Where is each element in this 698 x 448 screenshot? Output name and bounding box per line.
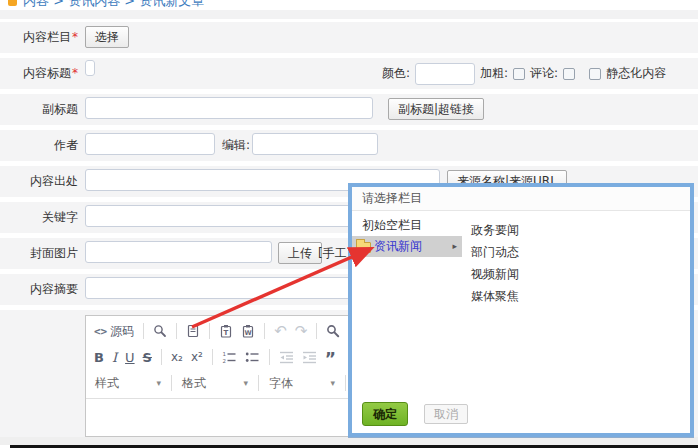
author-input[interactable]	[85, 133, 215, 155]
find-button[interactable]	[322, 322, 344, 340]
paste-word-icon: W	[241, 324, 255, 338]
subtitle-input[interactable]	[85, 97, 373, 119]
indent-icon	[302, 350, 317, 364]
indent-button[interactable]	[298, 348, 321, 366]
cover-label: 封面图片	[0, 238, 78, 269]
header-divider-strip	[0, 10, 698, 19]
author-label: 作者	[0, 130, 78, 161]
row-category: 内容栏目* 选择	[0, 22, 698, 53]
bold-label: 加粗:	[480, 65, 508, 82]
ok-button[interactable]: 确定	[362, 402, 408, 426]
dialog-title: 请选择栏目	[352, 187, 690, 211]
preview-button[interactable]	[149, 322, 171, 340]
chevron-down-icon: ▾	[156, 378, 161, 388]
required-asterisk: *	[72, 30, 78, 44]
breadcrumb-bar: 内容 > 资讯内容 > 资讯新文章	[0, 0, 698, 9]
underline-button[interactable]: U	[121, 348, 139, 367]
static-content-checkbox[interactable]	[589, 68, 601, 80]
format-dropdown[interactable]: 格式▾	[177, 373, 253, 394]
undo-icon: ↶	[274, 322, 287, 340]
chevron-down-icon: ▾	[243, 378, 248, 388]
submenu-item-gov-news[interactable]: 政务要闻	[463, 219, 519, 241]
title-input[interactable]	[85, 60, 95, 76]
color-label: 颜色:	[382, 65, 410, 82]
redo-button[interactable]: ↷	[291, 320, 312, 342]
subscript-button[interactable]: x₂	[167, 348, 187, 366]
title-options: 颜色: 加粗: 评论: 静态化内容	[382, 58, 666, 89]
bold-button[interactable]: B	[90, 348, 108, 367]
strikethrough-button[interactable]: S	[139, 348, 156, 367]
submenu-item-media-focus[interactable]: 媒体聚焦	[463, 285, 519, 307]
bulleted-list-icon	[245, 350, 260, 364]
source-code-button[interactable]: <>源码	[90, 321, 138, 342]
svg-text:W: W	[245, 329, 252, 337]
summary-label: 内容摘要	[0, 274, 78, 305]
select-category-button[interactable]: 选择	[85, 26, 129, 48]
breadcrumb-text: 内容 > 资讯内容 > 资讯新文章	[23, 0, 204, 9]
source-label: 内容出处	[0, 166, 78, 197]
cancel-button[interactable]: 取消	[424, 404, 468, 424]
svg-text:1: 1	[222, 351, 226, 357]
paste-text-button[interactable]: T	[215, 322, 237, 340]
submenu-item-dept-updates[interactable]: 部门动态	[463, 241, 519, 263]
submenu-arrow-icon: ▸	[452, 236, 462, 257]
submenu-item-video-news[interactable]: 视频新闻	[463, 263, 519, 285]
subtitle-hyperlink-button[interactable]: 副标题|超链接	[388, 98, 484, 120]
upload-button[interactable]: 上传	[278, 242, 322, 264]
search-icon	[326, 324, 340, 338]
outdent-button[interactable]	[275, 348, 298, 366]
new-page-button[interactable]	[182, 322, 204, 340]
ordered-list-icon: 12	[222, 350, 237, 364]
category-label: 内容栏目*	[0, 22, 78, 53]
row-author: 作者 编辑:	[0, 130, 698, 161]
paste-word-button[interactable]: W	[237, 322, 259, 340]
document-icon	[186, 324, 200, 338]
tree-item-label: 资讯新闻	[374, 236, 422, 257]
cover-input[interactable]	[85, 241, 272, 263]
font-dropdown[interactable]: 字体▾	[264, 373, 340, 394]
ordered-list-button[interactable]: 12	[218, 348, 241, 366]
svg-text:2: 2	[222, 358, 226, 364]
svg-text:T: T	[224, 329, 229, 337]
folder-icon	[356, 242, 371, 253]
chevron-down-icon: ▾	[330, 378, 335, 388]
cms-article-form-page: 内容 > 资讯内容 > 资讯新文章 内容栏目* 选择 内容标题* 颜色: 加粗:…	[0, 0, 698, 448]
title-label: 内容标题*	[0, 58, 78, 89]
italic-button[interactable]: I	[108, 348, 121, 367]
comment-checkbox[interactable]	[563, 68, 575, 80]
subtitle-label: 副标题	[0, 94, 78, 125]
superscript-button[interactable]: x²	[187, 348, 207, 366]
outdent-icon	[279, 350, 294, 364]
static-content-label: 静态化内容	[606, 65, 666, 82]
editor-name-input[interactable]	[252, 133, 378, 155]
styles-dropdown[interactable]: 样式▾	[90, 373, 166, 394]
source-code-icon: <>	[94, 325, 107, 338]
keywords-label: 关键字	[0, 202, 78, 233]
required-asterisk: *	[72, 66, 78, 80]
comment-label: 评论:	[530, 65, 558, 82]
category-select-dialog: 请选择栏目 初始空栏目 资讯新闻 ▸ 政务要闻 部门动态 视频新闻 媒体聚焦 确…	[348, 183, 694, 437]
bulleted-list-button[interactable]	[241, 348, 264, 366]
submenu-column: 政务要闻 部门动态 视频新闻 媒体聚焦	[463, 219, 519, 307]
breadcrumb-icon	[8, 0, 17, 6]
row-subtitle: 副标题 副标题|超链接	[0, 94, 698, 125]
row-title: 内容标题* 颜色: 加粗: 评论: 静态化内容	[0, 58, 698, 89]
bottom-divider	[0, 437, 698, 445]
tree-item-news-selected[interactable]: 资讯新闻 ▸	[352, 236, 462, 257]
blockquote-button[interactable]: ”	[321, 348, 340, 366]
breadcrumb[interactable]: 内容 > 资讯内容 > 资讯新文章	[8, 0, 204, 9]
dialog-body: 初始空栏目 资讯新闻 ▸ 政务要闻 部门动态 视频新闻 媒体聚焦	[352, 215, 690, 406]
paste-text-icon: T	[219, 324, 233, 338]
redo-icon: ↷	[295, 322, 308, 340]
editor-name-label: 编辑:	[222, 130, 250, 161]
undo-button[interactable]: ↶	[270, 320, 291, 342]
color-input[interactable]	[415, 63, 475, 85]
bold-checkbox[interactable]	[513, 68, 525, 80]
preview-icon	[153, 324, 167, 338]
